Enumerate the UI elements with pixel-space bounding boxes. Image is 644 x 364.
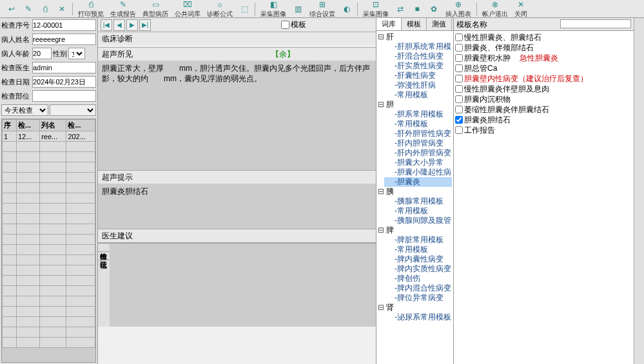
template-checkbox[interactable] bbox=[455, 116, 463, 124]
toolbar-button[interactable]: ⊞综合设置 bbox=[308, 0, 337, 19]
check-item[interactable]: 萎缩性胆囊炎伴胆囊结石 bbox=[455, 104, 632, 115]
table-row[interactable] bbox=[3, 162, 95, 173]
tree-leaf[interactable]: -肝外胆管性病变 bbox=[384, 129, 452, 139]
tree-leaf[interactable]: -肝混合性病变 bbox=[384, 52, 452, 61]
toolbar-button[interactable]: ⎙ bbox=[39, 4, 52, 14]
patient-grid[interactable]: 序检...列名检...112...ree...202... bbox=[1, 119, 96, 363]
toolbar-button[interactable]: ↩ bbox=[5, 4, 18, 14]
tree-leaf[interactable]: -常用模板 bbox=[384, 245, 452, 254]
table-row[interactable] bbox=[3, 193, 95, 204]
table-row[interactable] bbox=[3, 307, 95, 317]
grid-header[interactable]: 列名 bbox=[40, 120, 66, 131]
tree-node[interactable]: ⊟ 胆 bbox=[378, 100, 452, 110]
template-checkbox[interactable] bbox=[455, 126, 463, 134]
filter-select-2[interactable] bbox=[50, 104, 97, 116]
tab[interactable]: 测值 bbox=[427, 18, 452, 30]
tree-leaf[interactable]: -脾脏常用模板 bbox=[384, 235, 452, 245]
toolbar-button[interactable]: ✎ bbox=[22, 4, 35, 14]
toolbar-button[interactable]: ⊡采集图像 bbox=[362, 0, 390, 19]
tree-leaf[interactable]: -常用模板 bbox=[384, 90, 452, 100]
sex-select[interactable]: 女 bbox=[68, 48, 85, 59]
tree-node[interactable]: ⊟ 脾 bbox=[378, 225, 452, 235]
check-item[interactable]: 工作报告 bbox=[455, 125, 632, 135]
vtab[interactable]: 既往记录 bbox=[98, 252, 110, 260]
check-item[interactable]: 胆囊内沉积物 bbox=[455, 94, 632, 104]
tree-leaf[interactable]: -肝胆系统常用模 bbox=[384, 42, 452, 52]
check-item[interactable]: 胆囊炎、伴颈部结石 bbox=[455, 43, 632, 53]
check-item[interactable]: 慢性胆囊炎伴壁胆及息肉 bbox=[455, 84, 632, 94]
tree-leaf[interactable]: -胆囊炎 bbox=[384, 177, 452, 187]
template-checkbox[interactable] bbox=[455, 64, 463, 72]
grid-header[interactable]: 序 bbox=[3, 120, 17, 131]
tree-leaf[interactable]: -肝内外胆管病变 bbox=[384, 148, 452, 158]
table-row[interactable] bbox=[3, 224, 95, 235]
check-item[interactable]: 胆囊壁积水肿 急性胆囊炎 bbox=[455, 53, 632, 63]
tree-leaf[interactable]: -胆囊小隆起性病 bbox=[384, 168, 452, 177]
table-row[interactable] bbox=[3, 245, 95, 255]
toolbar-button[interactable]: ⊕插入图表 bbox=[444, 0, 473, 19]
finding-body[interactable]: 胆囊正常大，壁厚 mm，胆汁透声欠佳。胆囊内见多个光团回声，后方伴声影，较大的约… bbox=[98, 61, 376, 170]
tree-leaf[interactable]: -肝实质性病变 bbox=[384, 61, 452, 71]
tree-leaf[interactable]: -肝囊性病变 bbox=[384, 71, 452, 81]
hint-body[interactable]: 胆囊炎胆结石 bbox=[98, 184, 376, 229]
doctor-input[interactable] bbox=[32, 62, 96, 73]
grid-header[interactable]: 检... bbox=[16, 120, 39, 131]
toolbar-button[interactable]: ✿ bbox=[427, 4, 440, 14]
date-input[interactable] bbox=[32, 76, 96, 88]
template-checkbox[interactable] bbox=[455, 85, 463, 93]
table-row[interactable] bbox=[3, 317, 95, 327]
check-item[interactable]: 胆囊壁内性病变（建议治疗后复查） bbox=[455, 73, 632, 84]
nav-prev-button[interactable]: ◀ bbox=[113, 19, 125, 31]
nav-next-button[interactable]: ▶ bbox=[126, 19, 138, 31]
table-row[interactable] bbox=[3, 235, 95, 245]
tree-leaf[interactable]: -常用模板 bbox=[384, 206, 452, 216]
template-checkbox[interactable] bbox=[455, 54, 463, 62]
template-checkbox[interactable] bbox=[455, 106, 463, 113]
table-row[interactable]: 112...ree...202... bbox=[3, 131, 95, 142]
check-item[interactable]: 胆总管Ca bbox=[455, 63, 632, 73]
tree-node[interactable]: ⊟ 胰 bbox=[378, 187, 452, 196]
nav-last-button[interactable]: ▶| bbox=[139, 19, 151, 31]
table-row[interactable] bbox=[3, 286, 95, 296]
scrollbar[interactable] bbox=[634, 18, 644, 364]
toolbar-button[interactable]: ✕ bbox=[55, 4, 68, 14]
tree-leaf[interactable]: -脾内混合性病变 bbox=[384, 283, 452, 293]
tab[interactable]: 模板 bbox=[402, 18, 427, 30]
toolbar-button[interactable]: ⇄ bbox=[394, 4, 407, 14]
exam-no-input[interactable] bbox=[32, 19, 96, 31]
name-input[interactable] bbox=[32, 34, 96, 45]
tree-leaf[interactable]: -肝内胆管病变 bbox=[384, 139, 452, 148]
toolbar-button[interactable]: ⬚ bbox=[238, 4, 251, 14]
tree-leaf[interactable]: -胰腺间隙及腹管 bbox=[384, 216, 452, 225]
tree-leaf[interactable]: -胆系常用模板 bbox=[384, 110, 452, 119]
table-row[interactable] bbox=[3, 296, 95, 307]
nav-first-button[interactable]: |◀ bbox=[101, 19, 112, 31]
table-row[interactable] bbox=[3, 152, 95, 162]
table-row[interactable] bbox=[3, 276, 95, 286]
toolbar-button[interactable]: ⎙打印预览 bbox=[77, 0, 105, 19]
toolbar-button[interactable]: ▭典型病历 bbox=[141, 0, 170, 19]
toolbar-button[interactable]: ▥ bbox=[291, 4, 304, 14]
toolbar-button[interactable]: ⊗帐户退出 bbox=[481, 0, 509, 19]
tree-node[interactable]: ⊟ 肝 bbox=[378, 32, 452, 42]
age-input[interactable] bbox=[32, 48, 52, 59]
part-input[interactable] bbox=[32, 90, 96, 102]
table-row[interactable] bbox=[3, 142, 95, 152]
table-row[interactable] bbox=[3, 173, 95, 183]
toolbar-button[interactable]: ◐ bbox=[340, 4, 353, 14]
check-search-input[interactable] bbox=[560, 19, 631, 28]
template-checkbox[interactable] bbox=[455, 44, 463, 52]
tree-node[interactable]: ⊟ 肾 bbox=[378, 303, 452, 312]
tab[interactable]: 词库 bbox=[376, 18, 402, 30]
table-row[interactable] bbox=[3, 327, 95, 338]
toolbar-button[interactable]: ■ bbox=[411, 4, 424, 14]
tree-leaf[interactable]: -脾位异常病变 bbox=[384, 293, 452, 303]
grid-header[interactable]: 检... bbox=[66, 120, 95, 131]
template-checkbox[interactable] bbox=[455, 34, 463, 41]
tree-view[interactable]: ⊟ 肝-肝胆系统常用模-肝混合性病变-肝实质性病变-肝囊性病变-弥漫性肝病-常用… bbox=[376, 31, 453, 364]
vtab[interactable]: 按检查部位 bbox=[98, 244, 110, 252]
finding-link[interactable]: 【余】 bbox=[271, 49, 295, 60]
template-checkbox[interactable] bbox=[455, 95, 463, 103]
table-row[interactable] bbox=[3, 214, 95, 224]
toolbar-button[interactable]: ✕关闭 bbox=[513, 0, 529, 19]
